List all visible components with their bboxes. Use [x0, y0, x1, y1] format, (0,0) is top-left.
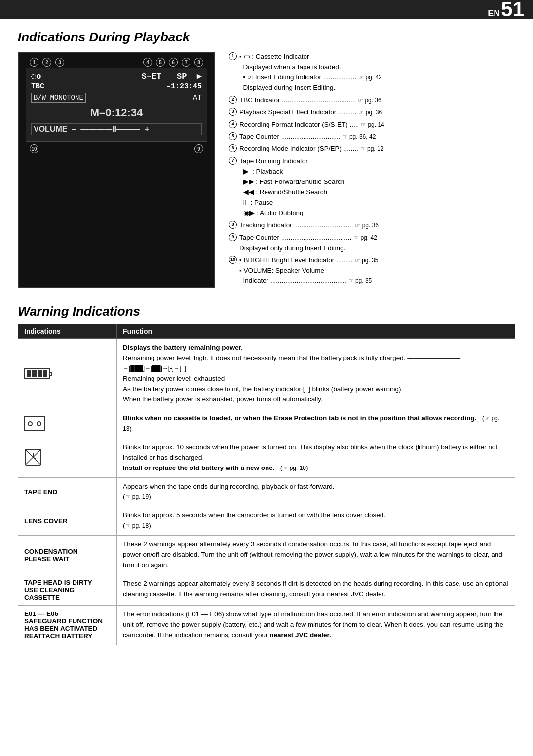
- lcd-bw-monotone: B/W MONOTONE: [31, 93, 86, 103]
- circle-6: 6: [229, 144, 237, 152]
- ref-42a: pg. 42: [358, 74, 382, 81]
- table-row-clock: Blinks for approx. 10 seconds when the p…: [18, 438, 515, 477]
- diagram-numbers-top: 1 2 3 4 5 6 7 8: [26, 58, 207, 67]
- list-text-5: Tape Counter ...........................…: [239, 132, 515, 142]
- list-item-5: 5 Tape Counter .........................…: [229, 132, 515, 142]
- circle-5: 5: [229, 132, 237, 140]
- lcd-main-counter: M–0:12:34: [31, 107, 202, 119]
- lcd-timecode: –1:23:45: [166, 82, 202, 91]
- lcd-set-sp: S–ET SP ▶: [142, 71, 202, 81]
- function-cassette: Blinks when no cassette is loaded, or wh…: [117, 409, 515, 438]
- lcd-row-bw: B/W MONOTONE AT: [31, 93, 202, 103]
- indication-condensation: CONDENSATIONPLEASE WAIT: [18, 536, 117, 575]
- list-item-9: 9 Tape Counter .........................…: [229, 233, 515, 253]
- table-row-tape-head-dirty: TAPE HEAD IS DIRTYUSE CLEANINGCASSETTE T…: [18, 575, 515, 605]
- reel-right: [37, 421, 41, 426]
- nearest-jvc: nearest JVC dealer.: [269, 631, 331, 639]
- ref-10: pg. 10: [282, 465, 306, 471]
- list-text-9: Tape Counter ...........................…: [239, 233, 515, 253]
- list-text-1: ▪ ▭ : Cassette Indicator Displayed when …: [239, 52, 515, 93]
- list-text-4: Recording Format Indicator (S/S-ET) ....…: [239, 120, 515, 130]
- lcd-row-mid: TBC –1:23:45: [31, 82, 202, 91]
- batt-seg-4: [43, 370, 47, 377]
- indication-cassette: [18, 409, 117, 438]
- list-text-7: Tape Running Indicator ▶ : Playback ▶▶ :…: [239, 156, 515, 218]
- diagram-num-10: 10: [30, 144, 38, 153]
- header-bar: EN 51: [0, 0, 533, 19]
- tape-end-label: TAPE END: [24, 488, 57, 496]
- list-item-8: 8 Tracking Indicator ...................…: [229, 220, 515, 231]
- function-condensation: These 2 warnings appear alternately ever…: [117, 536, 515, 575]
- function-tape-end: Appears when the tape ends during record…: [117, 477, 515, 506]
- diagram-num-1: 1: [30, 58, 38, 67]
- clock-icon: [24, 448, 42, 466]
- table-row-lens-cover: LENS COVER Blinks for approx. 5 seconds …: [18, 506, 515, 536]
- indication-lens-cover: LENS COVER: [18, 506, 117, 536]
- display-diagram: 1 2 3 4 5 6 7 8 ◌o S–ET SP ▶: [18, 52, 215, 288]
- battery-body: [24, 368, 50, 379]
- batt-seg-2: [32, 370, 37, 377]
- indication-battery: [18, 339, 117, 409]
- list-item-1: 1 ▪ ▭ : Cassette Indicator Displayed whe…: [229, 52, 515, 93]
- lens-cover-label: LENS COVER: [24, 517, 68, 525]
- table-row-error-codes: E01 — E06 SAFEGUARD FUNCTION HAS BEEN AC…: [18, 605, 515, 645]
- diagram-num-7: 7: [182, 58, 190, 67]
- table-row-cassette: Blinks when no cassette is loaded, or wh…: [18, 409, 515, 438]
- warning-table: Indications Function: [18, 324, 515, 645]
- circle-10: 10: [229, 256, 237, 264]
- battery-tip: [50, 372, 52, 376]
- diagram-num-9: 9: [194, 144, 203, 153]
- list-item-10: 10 ▪ BRIGHT: Bright Level Indicator ....…: [229, 255, 515, 287]
- page-number: 51: [501, 0, 524, 20]
- circle-1: 1: [229, 52, 237, 60]
- battery-icon: [24, 368, 111, 379]
- function-error-codes: The error indications (E01 — E06) show w…: [117, 605, 515, 645]
- diagram-num-6: 6: [169, 58, 178, 67]
- list-text-8: Tracking Indicator .....................…: [239, 220, 515, 231]
- list-item-6: 6 Recording Mode Indicator (SP/EP) .....…: [229, 144, 515, 154]
- circle-9: 9: [229, 233, 237, 241]
- top-section: 1 2 3 4 5 6 7 8 ◌o S–ET SP ▶: [18, 52, 515, 288]
- list-text-10: ▪ BRIGHT: Bright Level Indicator .......…: [239, 255, 515, 287]
- lcd-screen: ◌o S–ET SP ▶ TBC –1:23:45 B/W MONOTONE A…: [26, 68, 207, 142]
- ref-18: pg. 18: [125, 522, 149, 529]
- ref-35b: pg. 35: [348, 277, 372, 284]
- function-clock: Blinks for approx. 10 seconds when the p…: [117, 438, 515, 477]
- function-lens-cover: Blinks for approx. 5 seconds when the ca…: [117, 506, 515, 536]
- numbered-list: 1 ▪ ▭ : Cassette Indicator Displayed whe…: [229, 52, 515, 288]
- lcd-at: AT: [193, 94, 202, 102]
- table-row-tape-end: TAPE END Appears when the tape ends duri…: [18, 477, 515, 506]
- circle-8: 8: [229, 221, 237, 229]
- col-header-function: Function: [117, 324, 515, 339]
- lcd-volume-bar: VOLUME – ————II——— +: [31, 123, 202, 135]
- indication-clock: [18, 438, 117, 477]
- cassette-icon: [24, 416, 45, 431]
- list-item-7: 7 Tape Running Indicator ▶ : Playback ▶▶…: [229, 156, 515, 218]
- circle-7: 7: [229, 157, 237, 165]
- lcd-row-top: ◌o S–ET SP ▶: [31, 71, 202, 81]
- diagram-numbers-top-left: 1 2 3: [30, 58, 64, 67]
- table-row-battery: Displays the battery remaining power. Re…: [18, 339, 515, 409]
- ref-36a: pg. 36: [358, 97, 381, 104]
- ref-42b: pg. 42: [353, 234, 377, 241]
- page-number-block: EN 51: [488, 0, 524, 20]
- ref-35a: pg. 35: [355, 257, 379, 264]
- lcd-main-counter-container: M–0:12:34: [31, 107, 202, 119]
- diagram-num-3: 3: [55, 58, 64, 67]
- list-text-2: TBC Indicator ..........................…: [239, 95, 515, 106]
- section-title-warning: Warning Indications: [18, 304, 515, 319]
- function-battery: Displays the battery remaining power. Re…: [117, 339, 515, 409]
- diagram-num-4: 4: [143, 58, 152, 67]
- batt-level-diagram: —————————→[███]→[██]→[▪]→[ ]: [123, 355, 460, 372]
- indication-tape-head: TAPE HEAD IS DIRTYUSE CLEANINGCASSETTE: [18, 575, 117, 605]
- diagram-num-5: 5: [156, 58, 165, 67]
- circle-2: 2: [229, 96, 237, 104]
- list-text-6: Recording Mode Indicator (SP/EP) .......…: [239, 144, 515, 154]
- ref-36b: pg. 36: [358, 109, 382, 116]
- ref-19: pg. 19: [125, 493, 149, 500]
- cassette-reels: [28, 421, 41, 426]
- lcd-cassette-left: ◌o: [31, 71, 41, 81]
- table-row-condensation: CONDENSATIONPLEASE WAIT These 2 warnings…: [18, 536, 515, 575]
- batt-seg-3: [38, 370, 42, 377]
- ref-36c: pg. 36: [355, 222, 379, 229]
